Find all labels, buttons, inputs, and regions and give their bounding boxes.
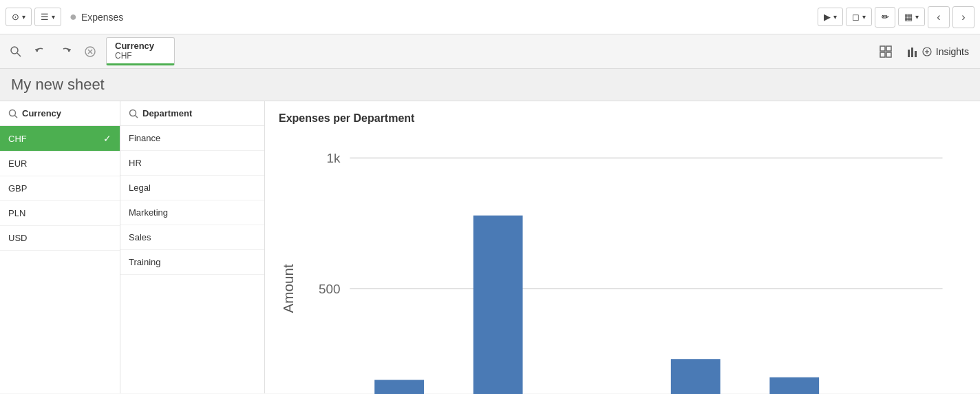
- svg-rect-10: [911, 48, 913, 57]
- svg-text:1k: 1k: [327, 151, 341, 165]
- svg-rect-7: [880, 52, 885, 57]
- sheet-title: My new sheet: [11, 76, 105, 93]
- department-value: Marketing: [129, 207, 168, 218]
- department-panel: Department FinanceHRLegalMarketingSalesT…: [120, 101, 265, 393]
- svg-rect-34: [769, 377, 819, 394]
- list-dropdown-btn[interactable]: ☰ ▾: [34, 8, 61, 26]
- department-value: Legal: [129, 183, 151, 193]
- department-list-item[interactable]: Legal: [120, 176, 264, 200]
- filter-tools: [6, 41, 100, 62]
- filter-search-icon[interactable]: [6, 41, 26, 62]
- currency-list-item[interactable]: CHF✓: [0, 126, 120, 152]
- svg-line-18: [136, 115, 138, 118]
- currency-value: CHF: [8, 134, 27, 144]
- currency-list-item[interactable]: EUR: [0, 152, 120, 176]
- dropdown-arrow: ▾: [862, 13, 866, 21]
- svg-point-17: [130, 110, 136, 116]
- insights-label: Insights: [936, 46, 969, 57]
- search-icon: [129, 109, 138, 118]
- filter-chip-label: Currency: [115, 41, 166, 51]
- department-list-item[interactable]: Marketing: [120, 200, 264, 225]
- chart-icon: ▦: [904, 12, 913, 22]
- chart-title: Expenses per Department: [279, 112, 966, 125]
- chart-container: 05001kAmountFinanceHRLegalMarketingSales…: [279, 133, 966, 394]
- selection-icon[interactable]: [875, 41, 896, 62]
- department-list: FinanceHRLegalMarketingSalesTraining: [120, 126, 264, 275]
- filter-chip-value: CHF: [115, 51, 166, 61]
- svg-text:Amount: Amount: [280, 264, 296, 313]
- department-value: Training: [129, 257, 160, 267]
- svg-point-15: [10, 110, 16, 116]
- currency-list-item[interactable]: USD: [0, 226, 120, 251]
- svg-line-1: [17, 53, 21, 56]
- svg-point-0: [11, 47, 18, 54]
- department-value: Sales: [129, 232, 151, 242]
- present-dropdown-btn[interactable]: ▶ ▾: [818, 8, 843, 26]
- currency-panel-title: Currency: [22, 108, 61, 118]
- svg-rect-11: [915, 51, 917, 57]
- currency-panel-header: Currency: [0, 101, 120, 126]
- toolbar-left: ⊙ ▾ ☰ ▾ ● Expenses: [6, 8, 818, 26]
- nav-next-btn[interactable]: ›: [952, 6, 974, 28]
- filter-clear-icon[interactable]: [80, 41, 100, 62]
- svg-rect-32: [671, 359, 721, 394]
- main-content: Currency CHF✓EURGBPPLNUSD Department Fin…: [0, 101, 980, 393]
- dropdown-arrow: ▾: [915, 13, 919, 21]
- currency-value: GBP: [8, 183, 27, 194]
- nav-prev-btn[interactable]: ‹: [928, 6, 950, 28]
- svg-rect-26: [374, 380, 424, 394]
- dropdown-arrow: ▾: [22, 13, 25, 21]
- filter-undo-icon[interactable]: [30, 41, 51, 62]
- chart-area: Expenses per Department 05001kAmountFina…: [265, 101, 980, 393]
- currency-value: USD: [8, 233, 27, 243]
- pencil-icon: ✏: [882, 12, 889, 22]
- department-list-item[interactable]: HR: [120, 151, 264, 176]
- department-list-item[interactable]: Training: [120, 250, 264, 275]
- chart-dropdown-btn[interactable]: ▦ ▾: [898, 8, 925, 26]
- department-list-item[interactable]: Finance: [120, 126, 264, 151]
- department-value: HR: [129, 158, 142, 168]
- globe-icon: ⊙: [12, 12, 19, 22]
- globe-dropdown-btn[interactable]: ⊙ ▾: [6, 8, 32, 26]
- insights-btn[interactable]: Insights: [902, 43, 974, 61]
- dropdown-arrow: ▾: [833, 13, 837, 21]
- svg-rect-5: [880, 46, 885, 51]
- toolbar-right: ▶ ▾ ◻ ▾ ✏ ▦ ▾ ‹ ›: [818, 6, 974, 28]
- svg-rect-8: [886, 52, 891, 57]
- app-name-area: ● Expenses: [70, 10, 123, 24]
- department-value: Finance: [129, 133, 160, 143]
- filter-bar: Currency CHF Insights: [0, 34, 980, 69]
- department-list-item[interactable]: Sales: [120, 225, 264, 250]
- check-icon: ✓: [103, 133, 111, 144]
- dropdown-arrow: ▾: [52, 13, 55, 21]
- currency-list-item[interactable]: GBP: [0, 176, 120, 201]
- top-toolbar: ⊙ ▾ ☰ ▾ ● Expenses ▶ ▾ ◻ ▾ ✏ ▦ ▾ ‹: [0, 0, 980, 34]
- bookmark-icon: ◻: [852, 12, 860, 22]
- department-panel-title: Department: [142, 108, 192, 118]
- currency-value: EUR: [8, 158, 27, 169]
- currency-list: CHF✓EURGBPPLNUSD: [0, 126, 120, 251]
- svg-rect-6: [886, 46, 891, 51]
- list-icon: ☰: [41, 12, 49, 22]
- search-icon: [8, 109, 18, 118]
- app-dot-icon: ●: [70, 10, 77, 24]
- bookmark-dropdown-btn[interactable]: ◻ ▾: [846, 8, 872, 26]
- currency-filter-chip[interactable]: Currency CHF: [106, 37, 175, 65]
- present-icon: ▶: [824, 12, 831, 22]
- prev-icon: ‹: [937, 11, 940, 23]
- next-icon: ›: [961, 11, 965, 23]
- svg-rect-9: [908, 50, 910, 57]
- currency-value: PLN: [8, 208, 25, 218]
- department-panel-header: Department: [120, 101, 264, 126]
- filter-redo-icon[interactable]: [55, 41, 76, 62]
- svg-line-16: [15, 115, 18, 118]
- sheet-title-bar: My new sheet: [0, 69, 980, 101]
- app-title: Expenses: [81, 12, 123, 23]
- svg-rect-28: [473, 216, 523, 394]
- svg-text:500: 500: [319, 282, 341, 296]
- edit-btn[interactable]: ✏: [875, 7, 895, 28]
- currency-panel: Currency CHF✓EURGBPPLNUSD: [0, 101, 120, 393]
- filter-bar-right: Insights: [875, 41, 974, 62]
- currency-list-item[interactable]: PLN: [0, 201, 120, 226]
